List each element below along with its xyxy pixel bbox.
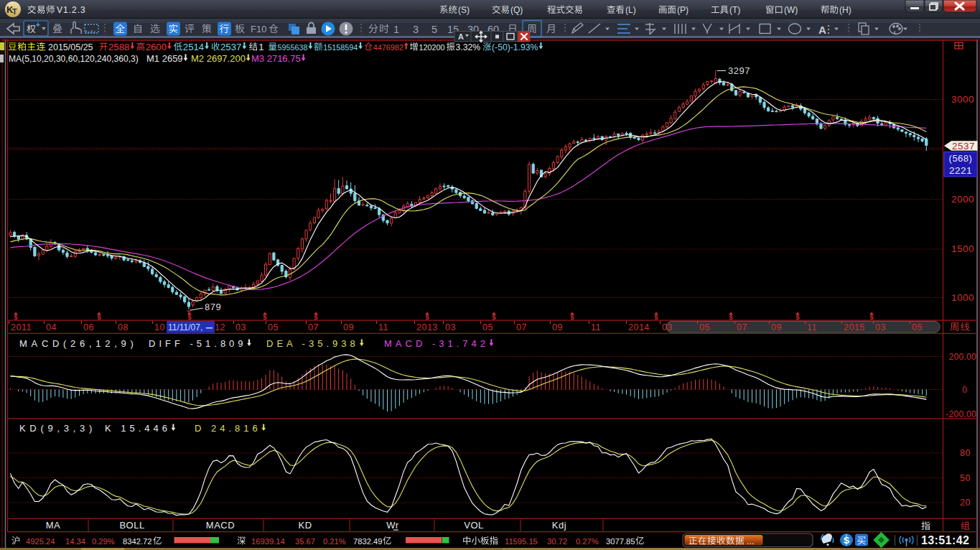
svg-text:3297: 3297	[728, 65, 750, 76]
svg-text:3.32%: 3.32%	[455, 42, 480, 52]
svg-text:06: 06	[83, 322, 94, 332]
svg-text:s: s	[263, 313, 267, 321]
svg-text:2588: 2588	[108, 42, 129, 52]
svg-text:80: 80	[960, 448, 971, 458]
svg-text:2013: 2013	[416, 322, 438, 332]
svg-text:8342.72: 8342.72	[123, 537, 151, 546]
svg-text:T: T	[12, 7, 17, 16]
svg-text:MA: MA	[46, 520, 61, 531]
svg-text:03: 03	[662, 322, 673, 332]
svg-text:10: 10	[154, 322, 165, 332]
svg-text:s: s	[314, 313, 318, 321]
svg-text:12: 12	[215, 322, 225, 332]
svg-text:s: s	[795, 313, 800, 321]
svg-text:16939.14: 16939.14	[251, 537, 285, 546]
svg-text:2537: 2537	[220, 42, 241, 52]
svg-text:0.21%: 0.21%	[323, 537, 346, 546]
svg-text:03: 03	[445, 322, 456, 332]
svg-text:s: s	[14, 313, 18, 321]
svg-text:(Q): (Q)	[510, 5, 523, 15]
svg-text:05: 05	[268, 322, 279, 332]
svg-text:M3 2716.75: M3 2716.75	[251, 53, 301, 64]
svg-text:2514: 2514	[183, 42, 204, 52]
svg-text:Wr: Wr	[386, 520, 399, 531]
svg-text:(S): (S)	[458, 5, 470, 15]
svg-text:M1 2659: M1 2659	[146, 53, 183, 64]
svg-text:KD(9,3,3): KD(9,3,3)	[19, 423, 96, 434]
svg-text:-200.00: -200.00	[946, 409, 976, 419]
svg-text:1500: 1500	[951, 243, 974, 254]
svg-text:3000: 3000	[951, 94, 974, 105]
svg-text:35.67: 35.67	[295, 537, 315, 546]
svg-text:11595.15: 11595.15	[505, 537, 538, 546]
svg-text:05: 05	[912, 322, 923, 332]
svg-text:879: 879	[205, 302, 221, 312]
svg-text:11: 11	[591, 322, 601, 332]
svg-text:09: 09	[771, 322, 782, 332]
svg-text:2011: 2011	[11, 322, 32, 332]
svg-text:s: s	[729, 313, 733, 321]
svg-text:MA(5,10,20,30,60,120,240,360,3: MA(5,10,20,30,60,120,240,360,3)	[9, 54, 139, 64]
svg-text:11: 11	[807, 322, 817, 332]
svg-text:2000: 2000	[951, 194, 974, 205]
svg-text:+: +	[36, 21, 40, 29]
svg-text:200.00: 200.00	[948, 352, 976, 362]
svg-text:30.72: 30.72	[547, 537, 567, 546]
svg-text:04: 04	[46, 322, 57, 332]
svg-text:(P): (P)	[677, 5, 689, 15]
svg-text:A: A	[818, 24, 826, 36]
svg-text:...: ...	[747, 536, 754, 546]
svg-text:s: s	[492, 313, 496, 321]
svg-text:D 24.816: D 24.816	[195, 423, 261, 434]
svg-text:s: s	[570, 313, 574, 321]
svg-text:(W): (W)	[784, 5, 798, 15]
svg-text:0.27%: 0.27%	[576, 537, 599, 546]
svg-text:(-50)-1.93%: (-50)-1.93%	[492, 42, 538, 52]
svg-text:4476982: 4476982	[373, 43, 403, 52]
svg-text:2014: 2014	[628, 322, 650, 332]
svg-text:s: s	[869, 313, 874, 321]
svg-text:13:51:42: 13:51:42	[921, 534, 969, 546]
svg-text:5: 5	[431, 24, 437, 35]
svg-text:s: s	[97, 313, 101, 321]
svg-text:15158594: 15158594	[323, 43, 358, 52]
svg-text:50: 50	[960, 473, 971, 483]
svg-text:V1.2.3: V1.2.3	[57, 5, 86, 15]
svg-text:07: 07	[737, 322, 747, 332]
svg-text:(568): (568)	[949, 153, 973, 164]
svg-text:BOLL: BOLL	[119, 520, 144, 531]
svg-text:s: s	[654, 313, 658, 321]
svg-text:2015: 2015	[844, 322, 865, 332]
svg-text:MACD -31.742: MACD -31.742	[384, 338, 489, 349]
svg-text:05: 05	[699, 322, 710, 332]
svg-text:11/11/07,: 11/11/07,	[168, 322, 202, 332]
svg-text:03: 03	[875, 322, 886, 332]
svg-text:07: 07	[308, 322, 319, 332]
svg-text:1000: 1000	[951, 292, 974, 303]
svg-text:MACD(26,12,9): MACD(26,12,9)	[19, 338, 137, 349]
svg-text:(H): (H)	[839, 5, 851, 15]
svg-text:KD: KD	[298, 520, 312, 531]
svg-text:VOL: VOL	[464, 520, 484, 531]
svg-text:05: 05	[482, 322, 493, 332]
svg-text:03: 03	[235, 322, 246, 332]
svg-text:2015/05/25: 2015/05/25	[48, 42, 93, 52]
svg-text:5955638: 5955638	[278, 43, 308, 52]
svg-text:20: 20	[960, 498, 971, 508]
svg-text:s: s	[425, 313, 429, 321]
svg-text:F10: F10	[251, 24, 266, 34]
svg-text:14.34: 14.34	[65, 537, 85, 546]
svg-text:7832.49: 7832.49	[353, 537, 382, 546]
svg-text:120200: 120200	[419, 43, 444, 52]
svg-text:08: 08	[118, 322, 129, 332]
svg-text:(T): (T)	[729, 5, 740, 15]
svg-text:K 15.446: K 15.446	[105, 423, 171, 434]
svg-text:0.29%: 0.29%	[92, 537, 115, 546]
svg-text:2537: 2537	[952, 141, 975, 152]
svg-text:09: 09	[343, 322, 354, 332]
svg-text:A: A	[458, 32, 464, 41]
svg-text:DIFF -51.809: DIFF -51.809	[149, 338, 247, 349]
svg-text:2221: 2221	[949, 165, 972, 176]
svg-text:1: 1	[258, 42, 263, 52]
svg-text:3: 3	[413, 24, 419, 35]
